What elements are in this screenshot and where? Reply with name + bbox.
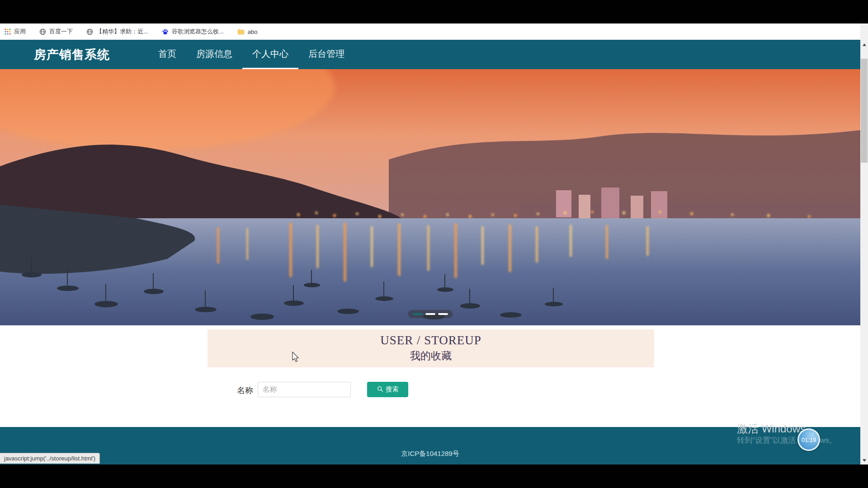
page-footer: 京ICP备1041289号: [0, 427, 860, 465]
scrollbar-down-arrow[interactable]: [860, 456, 868, 464]
section-subtitle: 我的收藏: [208, 349, 654, 363]
search-input[interactable]: [258, 382, 351, 397]
bookmark-baidu[interactable]: 百度一下: [39, 28, 73, 36]
icp-number: 京ICP备1041289号: [0, 450, 860, 458]
paw-icon: [162, 28, 169, 35]
bookmark-label: 【精华】求助：近...: [96, 28, 148, 36]
bookmark-label: 百度一下: [49, 28, 73, 36]
nav-item-admin[interactable]: 后台管理: [298, 40, 354, 69]
scrollbar-up-arrow[interactable]: [860, 41, 868, 48]
windows-activation-watermark-line1: 激活 Windows: [737, 422, 806, 436]
windows-activation-watermark-line2: 转到“设置”以激活 Windows。: [737, 435, 837, 446]
triangle-down-icon: [863, 459, 866, 462]
bookmark-chrome-help[interactable]: 谷歌浏览器怎么收...: [162, 28, 224, 36]
timer-value: 01:19: [802, 436, 816, 443]
recording-timer-badge[interactable]: 01:19: [797, 428, 820, 451]
search-button-label: 搜索: [386, 385, 399, 394]
bookmark-label: abo: [248, 28, 258, 35]
site-brand[interactable]: 房产销售系统: [34, 47, 110, 63]
search-button[interactable]: 搜索: [367, 382, 408, 397]
site-navbar: 房产销售系统 首页 房源信息 个人中心 后台管理: [0, 40, 860, 69]
letterbox-top: [0, 0, 868, 23]
status-bar-link-preview: javascript:jump('../storeup/list.html'): [0, 453, 100, 464]
letterbox-bottom: [0, 465, 868, 488]
section-title: USER / STOREUP: [208, 333, 654, 347]
nav-item-listings[interactable]: 房源信息: [186, 40, 242, 69]
triangle-up-icon: [863, 43, 866, 46]
search-row: 名称 搜索: [0, 382, 860, 400]
screen: 应用 百度一下 【精华】求助：近...: [0, 0, 868, 488]
carousel-dash-2[interactable]: [425, 313, 435, 315]
bookmark-apps[interactable]: 应用: [5, 28, 26, 36]
carousel-indicators: [408, 310, 453, 318]
hero-carousel-image: [0, 69, 860, 325]
carousel-dash-1[interactable]: [413, 313, 422, 315]
globe-icon: [86, 28, 93, 35]
section-banner: USER / STOREUP 我的收藏: [208, 329, 654, 367]
nav-item-personal-center[interactable]: 个人中心: [242, 40, 298, 69]
nav-items: 首页 房源信息 个人中心 后台管理: [148, 40, 354, 69]
globe-icon: [39, 28, 46, 35]
folder-icon: [237, 29, 245, 35]
search-label: 名称: [237, 385, 253, 396]
nav-item-home[interactable]: 首页: [148, 40, 186, 69]
content-area: USER / STOREUP 我的收藏 名称 搜索: [0, 325, 860, 427]
apps-grid-icon: [5, 28, 11, 35]
bookmark-abo-folder[interactable]: abo: [237, 28, 258, 35]
search-icon: [377, 386, 383, 394]
scrollbar-thumb[interactable]: [861, 59, 868, 163]
bookmark-label: 应用: [14, 28, 26, 36]
bookmark-label: 谷歌浏览器怎么收...: [172, 28, 224, 36]
bookmark-forum[interactable]: 【精华】求助：近...: [86, 28, 148, 36]
browser-bookmarks-bar: 应用 百度一下 【精华】求助：近...: [0, 23, 868, 40]
carousel-dash-3[interactable]: [438, 313, 448, 315]
vertical-scrollbar[interactable]: [860, 23, 868, 465]
